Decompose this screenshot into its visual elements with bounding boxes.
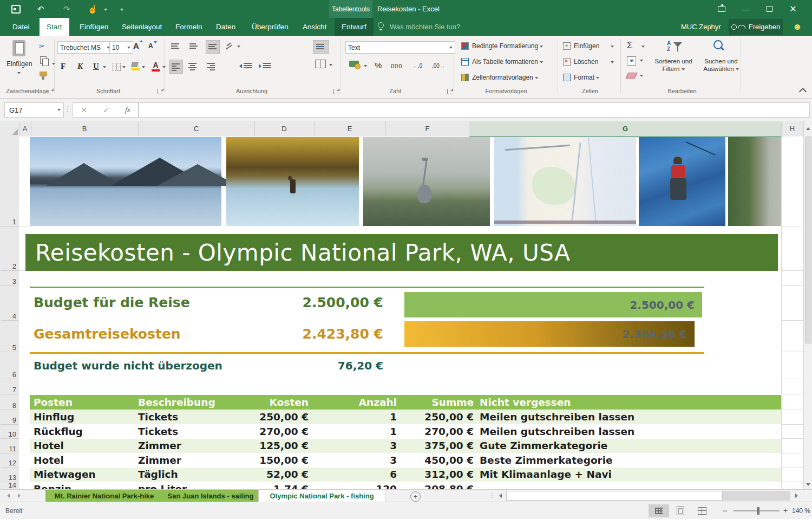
fill-caret-icon[interactable]: [640, 60, 643, 62]
fill-color-icon[interactable]: [132, 62, 140, 70]
column-header-c[interactable]: C: [138, 121, 255, 136]
number-dialog-launcher-icon[interactable]: [447, 89, 453, 94]
paste-button[interactable]: Einfügen: [6, 40, 31, 82]
new-sheet-icon[interactable]: +: [410, 491, 421, 502]
cell-posten[interactable]: Rückflug: [34, 426, 83, 437]
align-center-icon[interactable]: [188, 62, 197, 74]
vertical-scroll-thumb[interactable]: [805, 137, 811, 343]
cell-styles-icon[interactable]: [461, 74, 469, 81]
cell-anzahl[interactable]: 3: [310, 440, 397, 451]
sort-filter-button[interactable]: Sortieren und Filtern: [649, 57, 698, 73]
formula-input[interactable]: [139, 102, 810, 118]
shrink-font-button[interactable]: A: [148, 42, 153, 50]
cell-summe[interactable]: 312,00 €: [387, 469, 474, 480]
worksheet[interactable]: Reisekosten - Olympic National Park, WA,…: [19, 137, 803, 489]
borders-icon[interactable]: [113, 63, 121, 71]
fill-down-icon[interactable]: [627, 56, 636, 66]
touch-mode-caret-icon[interactable]: [104, 9, 107, 11]
sheet-nav-right-icon[interactable]: [14, 490, 24, 502]
tell-me-search[interactable]: Was möchten Sie tun?: [390, 23, 460, 31]
tab-formeln[interactable]: Formeln: [168, 18, 209, 36]
column-header-b[interactable]: B: [31, 121, 139, 136]
merge-caret-icon[interactable]: [329, 64, 332, 66]
zoom-in-icon[interactable]: +: [783, 506, 788, 515]
name-box-caret-icon[interactable]: [57, 109, 61, 111]
cell-beschreibung[interactable]: pro Liter: [138, 483, 187, 489]
photo-blue-fisherman[interactable]: [639, 137, 725, 226]
autosum-button[interactable]: Σ: [627, 40, 633, 51]
cell-posten[interactable]: Hinflug: [34, 411, 74, 423]
column-header-e[interactable]: E: [314, 121, 386, 136]
cell-hinweis[interactable]: Beste Zimmerkategorie: [480, 455, 613, 466]
increase-indent-icon[interactable]: [260, 62, 271, 72]
merge-center-icon[interactable]: [315, 60, 326, 68]
horizontal-scroll-thumb[interactable]: [506, 491, 723, 501]
budget-label[interactable]: Budget für die Reise: [34, 295, 190, 310]
column-header-g[interactable]: G: [469, 121, 782, 137]
cell-kosten[interactable]: 1,74 €: [222, 483, 309, 489]
cell-hinweis[interactable]: Meilen gutschreiben lassen: [480, 426, 634, 437]
tab-scrollbar-splitter[interactable]: ⋮: [489, 492, 494, 499]
cell-kosten[interactable]: 270,00 €: [222, 426, 309, 437]
tab-start[interactable]: Start: [40, 18, 69, 36]
column-header-d[interactable]: D: [254, 121, 315, 136]
cell-kosten[interactable]: 150,00 €: [222, 455, 309, 466]
tab-entwurf[interactable]: Entwurf: [335, 18, 374, 36]
tab-ansicht[interactable]: Ansicht: [296, 18, 333, 36]
format-painter-icon[interactable]: [40, 72, 47, 76]
cell-summe[interactable]: 208,80 €: [387, 483, 474, 489]
cell-beschreibung[interactable]: Zimmer: [138, 455, 181, 466]
clipboard-dialog-launcher-icon[interactable]: [48, 89, 53, 94]
normal-view-icon[interactable]: [649, 504, 669, 517]
cell-anzahl[interactable]: 120: [310, 483, 397, 489]
cell-beschreibung[interactable]: Täglich: [138, 469, 178, 480]
col-header-summe[interactable]: Summe: [387, 397, 474, 408]
cell-anzahl[interactable]: 1: [310, 426, 397, 437]
cell-posten[interactable]: Benzin: [34, 483, 71, 489]
row-header-6[interactable]: 6: [1, 352, 19, 379]
alignment-dialog-launcher-icon[interactable]: [333, 89, 339, 94]
cell-hinweis[interactable]: Mit Klimaanlage + Navi: [480, 469, 612, 480]
increase-decimal-button[interactable]: ←,0: [412, 63, 422, 69]
cell-posten[interactable]: Mietwagen: [34, 469, 96, 480]
zoom-slider-thumb[interactable]: [757, 507, 759, 515]
save-icon[interactable]: [9, 0, 23, 18]
find-select-button[interactable]: Suchen und Auswählen: [696, 57, 746, 73]
hscroll-right-icon[interactable]: [791, 490, 801, 502]
decrease-indent-icon[interactable]: [240, 62, 252, 72]
find-select-caret-icon[interactable]: [736, 68, 739, 70]
photo-autumn-fisherman[interactable]: [226, 137, 359, 226]
share-button[interactable]: Freigeben: [729, 19, 783, 35]
format-caret-icon[interactable]: [596, 77, 599, 79]
cut-icon[interactable]: ✂: [39, 42, 45, 50]
row-header-14[interactable]: 14: [1, 482, 19, 490]
percent-style-button[interactable]: %: [375, 61, 382, 70]
row-header-9[interactable]: 9: [1, 410, 19, 425]
cell-hinweis[interactable]: Gute Zimmerkategorie: [480, 440, 607, 451]
remaining-label[interactable]: Budget wurde nicht überzogen: [34, 359, 222, 372]
zoom-out-icon[interactable]: −: [723, 506, 728, 515]
collapse-ribbon-icon[interactable]: [799, 88, 807, 95]
sort-filter-caret-icon[interactable]: [682, 68, 685, 70]
photo-heron[interactable]: [363, 137, 490, 226]
close-icon[interactable]: ✕: [783, 0, 803, 18]
align-left-icon[interactable]: [169, 60, 183, 74]
total-cost-label[interactable]: Gesamtreisekosten: [34, 326, 181, 342]
tab-seitenlayout[interactable]: Seitenlayout: [115, 18, 169, 36]
confirm-entry-icon[interactable]: ✓: [103, 106, 109, 114]
delete-caret-icon[interactable]: [611, 61, 614, 63]
row-header-2[interactable]: 2: [1, 226, 19, 271]
clear-caret-icon[interactable]: [640, 75, 643, 77]
table-row[interactable]: Rückflug Tickets 270,00 € 1 270,00 € Mei…: [30, 425, 781, 438]
col-header-beschreibung[interactable]: Beschreibung: [138, 397, 215, 408]
borders-caret-icon[interactable]: [122, 66, 126, 68]
align-bottom-icon[interactable]: [206, 40, 220, 54]
row-header-8[interactable]: 8: [1, 394, 19, 410]
sheet-tab-rainier[interactable]: Mt. Rainier National Park-hike: [45, 490, 163, 502]
row-header-7[interactable]: 7: [1, 379, 19, 394]
insert-function-icon[interactable]: fx: [125, 106, 130, 114]
ribbon-display-options-icon[interactable]: [711, 0, 732, 18]
col-header-posten[interactable]: Posten: [34, 397, 73, 408]
row-header-12[interactable]: 12: [1, 453, 19, 468]
minimize-icon[interactable]: —: [735, 0, 756, 18]
